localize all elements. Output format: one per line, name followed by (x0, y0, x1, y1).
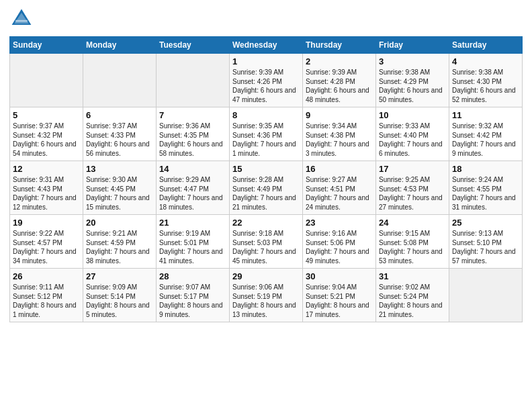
page-container: SundayMondayTuesdayWednesdayThursdayFrid… (0, 0, 532, 326)
cell-info: Sunrise: 9:15 AM Sunset: 5:08 PM Dayligh… (379, 229, 446, 265)
day-number: 28 (159, 271, 226, 281)
day-number: 24 (379, 218, 446, 228)
cell-info: Sunrise: 9:24 AM Sunset: 4:55 PM Dayligh… (452, 175, 519, 212)
cell-info: Sunrise: 9:09 AM Sunset: 5:14 PM Dayligh… (86, 283, 153, 319)
weekday-header-tuesday: Tuesday (157, 37, 230, 54)
calendar-cell: 17Sunrise: 9:25 AM Sunset: 4:53 PM Dayli… (376, 161, 449, 215)
calendar-cell: 10Sunrise: 9:33 AM Sunset: 4:40 PM Dayli… (376, 107, 449, 161)
cell-info: Sunrise: 9:35 AM Sunset: 4:36 PM Dayligh… (232, 122, 300, 158)
calendar-cell: 25Sunrise: 9:13 AM Sunset: 5:10 PM Dayli… (449, 215, 523, 269)
cell-info: Sunrise: 9:06 AM Sunset: 5:19 PM Dayligh… (232, 283, 300, 319)
cell-info: Sunrise: 9:29 AM Sunset: 4:47 PM Dayligh… (159, 175, 226, 212)
day-number: 10 (379, 110, 446, 120)
day-number: 20 (86, 218, 153, 228)
day-number: 7 (159, 110, 226, 120)
calendar-cell: 7Sunrise: 9:36 AM Sunset: 4:35 PM Daylig… (157, 107, 230, 161)
cell-info: Sunrise: 9:37 AM Sunset: 4:32 PM Dayligh… (13, 122, 80, 158)
calendar-cell: 6Sunrise: 9:37 AM Sunset: 4:33 PM Daylig… (83, 107, 157, 161)
calendar-week-row: 19Sunrise: 9:22 AM Sunset: 4:57 PM Dayli… (10, 215, 523, 269)
day-number: 26 (13, 271, 80, 281)
day-number: 30 (306, 271, 373, 281)
calendar-cell: 2Sunrise: 9:39 AM Sunset: 4:28 PM Daylig… (303, 54, 376, 107)
cell-info: Sunrise: 9:18 AM Sunset: 5:03 PM Dayligh… (232, 229, 300, 265)
cell-info: Sunrise: 9:27 AM Sunset: 4:51 PM Dayligh… (306, 175, 373, 212)
weekday-header-wednesday: Wednesday (230, 37, 303, 54)
day-number: 13 (86, 164, 153, 174)
calendar-cell: 15Sunrise: 9:28 AM Sunset: 4:49 PM Dayli… (230, 161, 303, 215)
day-number: 5 (13, 110, 80, 120)
day-number: 3 (379, 56, 446, 66)
day-number: 14 (159, 164, 226, 174)
day-number: 23 (306, 218, 373, 228)
calendar-cell: 22Sunrise: 9:18 AM Sunset: 5:03 PM Dayli… (230, 215, 303, 269)
cell-info: Sunrise: 9:13 AM Sunset: 5:10 PM Dayligh… (452, 229, 519, 265)
cell-info: Sunrise: 9:16 AM Sunset: 5:06 PM Dayligh… (306, 229, 373, 265)
calendar-cell: 31Sunrise: 9:02 AM Sunset: 5:24 PM Dayli… (376, 269, 449, 322)
calendar-cell: 8Sunrise: 9:35 AM Sunset: 4:36 PM Daylig… (230, 107, 303, 161)
weekday-header-thursday: Thursday (303, 37, 376, 54)
logo (9, 7, 36, 31)
calendar-cell: 13Sunrise: 9:30 AM Sunset: 4:45 PM Dayli… (83, 161, 157, 215)
day-number: 17 (379, 164, 446, 174)
cell-info: Sunrise: 9:28 AM Sunset: 4:49 PM Dayligh… (232, 175, 300, 212)
cell-info: Sunrise: 9:07 AM Sunset: 5:17 PM Dayligh… (159, 283, 226, 319)
cell-info: Sunrise: 9:30 AM Sunset: 4:45 PM Dayligh… (86, 175, 153, 212)
weekday-header-friday: Friday (376, 37, 449, 54)
calendar-week-row: 5Sunrise: 9:37 AM Sunset: 4:32 PM Daylig… (10, 107, 523, 161)
calendar-cell (83, 54, 157, 107)
cell-info: Sunrise: 9:34 AM Sunset: 4:38 PM Dayligh… (306, 122, 373, 158)
cell-info: Sunrise: 9:38 AM Sunset: 4:29 PM Dayligh… (379, 68, 446, 104)
cell-info: Sunrise: 9:33 AM Sunset: 4:40 PM Dayligh… (379, 122, 446, 158)
calendar-cell: 19Sunrise: 9:22 AM Sunset: 4:57 PM Dayli… (10, 215, 83, 269)
logo-icon (9, 7, 34, 31)
cell-info: Sunrise: 9:21 AM Sunset: 4:59 PM Dayligh… (86, 229, 153, 265)
calendar-cell: 23Sunrise: 9:16 AM Sunset: 5:06 PM Dayli… (303, 215, 376, 269)
cell-info: Sunrise: 9:04 AM Sunset: 5:21 PM Dayligh… (306, 283, 373, 319)
calendar-week-row: 1Sunrise: 9:39 AM Sunset: 4:26 PM Daylig… (10, 54, 523, 107)
cell-info: Sunrise: 9:11 AM Sunset: 5:12 PM Dayligh… (13, 283, 80, 319)
day-number: 31 (379, 271, 446, 281)
calendar-cell: 1Sunrise: 9:39 AM Sunset: 4:26 PM Daylig… (230, 54, 303, 107)
calendar-cell: 4Sunrise: 9:38 AM Sunset: 4:30 PM Daylig… (449, 54, 523, 107)
cell-info: Sunrise: 9:39 AM Sunset: 4:28 PM Dayligh… (306, 68, 373, 104)
day-number: 8 (232, 110, 300, 120)
cell-info: Sunrise: 9:31 AM Sunset: 4:43 PM Dayligh… (13, 175, 80, 212)
day-number: 4 (452, 56, 519, 66)
day-number: 21 (159, 218, 226, 228)
svg-rect-2 (15, 20, 28, 22)
calendar-cell: 24Sunrise: 9:15 AM Sunset: 5:08 PM Dayli… (376, 215, 449, 269)
day-number: 25 (452, 218, 519, 228)
calendar-week-row: 26Sunrise: 9:11 AM Sunset: 5:12 PM Dayli… (10, 269, 523, 322)
cell-info: Sunrise: 9:38 AM Sunset: 4:30 PM Dayligh… (452, 68, 519, 104)
calendar-cell: 29Sunrise: 9:06 AM Sunset: 5:19 PM Dayli… (230, 269, 303, 322)
day-number: 12 (13, 164, 80, 174)
day-number: 2 (306, 56, 373, 66)
calendar-cell: 3Sunrise: 9:38 AM Sunset: 4:29 PM Daylig… (376, 54, 449, 107)
cell-info: Sunrise: 9:02 AM Sunset: 5:24 PM Dayligh… (379, 283, 446, 319)
calendar-cell: 30Sunrise: 9:04 AM Sunset: 5:21 PM Dayli… (303, 269, 376, 322)
day-number: 1 (232, 56, 300, 66)
day-number: 6 (86, 110, 153, 120)
calendar-cell: 28Sunrise: 9:07 AM Sunset: 5:17 PM Dayli… (157, 269, 230, 322)
day-number: 19 (13, 218, 80, 228)
cell-info: Sunrise: 9:22 AM Sunset: 4:57 PM Dayligh… (13, 229, 80, 265)
calendar-cell: 9Sunrise: 9:34 AM Sunset: 4:38 PM Daylig… (303, 107, 376, 161)
day-number: 11 (452, 110, 519, 120)
day-number: 15 (232, 164, 300, 174)
cell-info: Sunrise: 9:19 AM Sunset: 5:01 PM Dayligh… (159, 229, 226, 265)
calendar-week-row: 12Sunrise: 9:31 AM Sunset: 4:43 PM Dayli… (10, 161, 523, 215)
day-number: 29 (232, 271, 300, 281)
calendar-table: SundayMondayTuesdayWednesdayThursdayFrid… (9, 36, 523, 322)
cell-info: Sunrise: 9:37 AM Sunset: 4:33 PM Dayligh… (86, 122, 153, 158)
weekday-header-monday: Monday (83, 37, 157, 54)
calendar-cell (10, 54, 83, 107)
day-number: 27 (86, 271, 153, 281)
calendar-cell: 21Sunrise: 9:19 AM Sunset: 5:01 PM Dayli… (157, 215, 230, 269)
calendar-cell: 26Sunrise: 9:11 AM Sunset: 5:12 PM Dayli… (10, 269, 83, 322)
day-number: 16 (306, 164, 373, 174)
calendar-cell (157, 54, 230, 107)
cell-info: Sunrise: 9:32 AM Sunset: 4:42 PM Dayligh… (452, 122, 519, 158)
cell-info: Sunrise: 9:39 AM Sunset: 4:26 PM Dayligh… (232, 68, 300, 104)
calendar-cell: 12Sunrise: 9:31 AM Sunset: 4:43 PM Dayli… (10, 161, 83, 215)
calendar-cell: 11Sunrise: 9:32 AM Sunset: 4:42 PM Dayli… (449, 107, 523, 161)
